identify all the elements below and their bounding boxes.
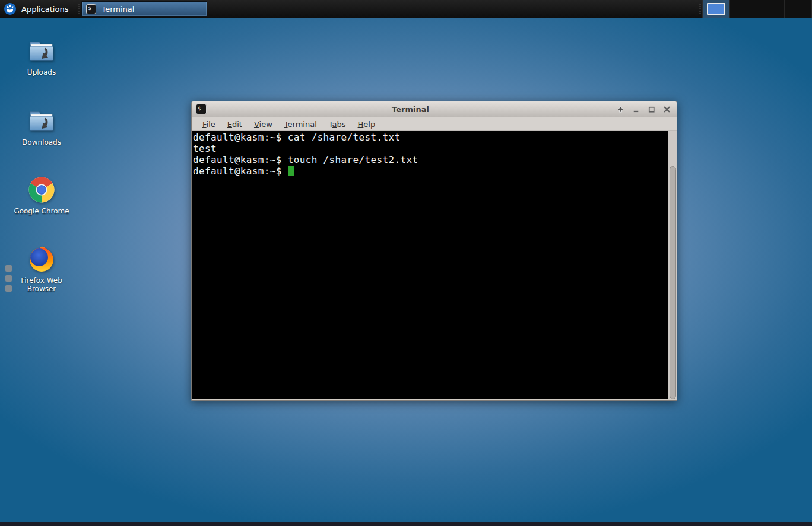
panel-separator-handle [699,4,701,14]
terminal-content-area: default@kasm:~$ cat /share/test.txttestd… [192,131,677,400]
maximize-button[interactable] [645,103,657,115]
window-title: Terminal [210,105,611,114]
menu-item-help[interactable]: Help [352,120,382,129]
applications-menu-button[interactable]: Applications [0,0,77,18]
terminal-line: default@kasm:~$ cat /share/test.txt [193,132,668,143]
menu-item-file[interactable]: File [196,120,221,129]
workspace-3[interactable] [757,0,785,18]
desktop-icon-label: Firefox Web Browser [12,276,71,293]
desktop-icon-firefox[interactable]: Firefox Web Browser [12,245,71,293]
terminal-line: default@kasm:~$ touch /share/test2.txt [193,154,668,165]
menu-item-terminal[interactable]: Terminal [278,120,323,129]
panel-separator-handle [78,4,80,14]
firefox-icon [27,245,56,273]
terminal-line: test [193,143,668,154]
close-icon [662,105,671,114]
desktop-icon-label: Google Chrome [14,207,69,215]
panel-spacer [207,0,697,18]
arrow-up-icon [616,105,625,114]
bottom-panel-edge [0,522,812,526]
scrollbar-thumb[interactable] [670,166,676,399]
terminal-cursor [288,166,294,176]
terminal-window: $_ Terminal F [191,101,677,401]
dock-handle-dot [5,285,12,292]
dock-handle-dot [5,275,12,282]
shade-button[interactable] [614,103,626,115]
menu-bar: FileEditViewTerminalTabsHelp [192,117,677,131]
terminal-scrollbar[interactable] [668,131,677,399]
terminal-line: default@kasm:~$ [193,165,668,177]
maximize-icon [647,105,656,114]
chrome-icon [27,176,56,204]
minimize-button[interactable] [630,103,642,115]
taskbar-terminal-label: Terminal [102,5,134,14]
terminal-icon: $_ [86,4,96,14]
dock-handle-dot [5,265,12,272]
terminal-output[interactable]: default@kasm:~$ cat /share/test.txttestd… [192,131,668,399]
window-titlebar[interactable]: $_ Terminal [192,101,677,117]
left-edge-dock-handle[interactable] [5,265,12,292]
menu-item-view[interactable]: View [248,120,278,129]
close-button[interactable] [661,103,673,115]
desktop-icon-label: Downloads [22,138,61,146]
desktop-screen: Applications $_ Terminal Uploads [0,0,812,526]
workspace-1[interactable] [703,0,730,18]
workspace-window-thumbnail [707,3,725,15]
top-panel: Applications $_ Terminal [0,0,812,18]
workspace-switcher [702,0,812,18]
minimize-icon [632,105,640,114]
applications-label: Applications [21,5,68,14]
desktop-icon-uploads[interactable]: Uploads [12,37,71,76]
folder-download-icon [27,37,56,65]
folder-download-icon [27,107,56,135]
desktop-icon-label: Uploads [27,68,56,76]
kasm-logo-icon [4,2,17,15]
workspace-2[interactable] [730,0,757,18]
menu-item-edit[interactable]: Edit [221,120,248,129]
desktop-icon-google-chrome[interactable]: Google Chrome [12,176,71,215]
workspace-4[interactable] [785,0,812,18]
taskbar-terminal-button[interactable]: $_ Terminal [81,1,207,17]
terminal-icon: $_ [196,104,207,114]
menu-item-tabs[interactable]: Tabs [323,120,352,129]
desktop-icon-downloads[interactable]: Downloads [12,107,71,146]
